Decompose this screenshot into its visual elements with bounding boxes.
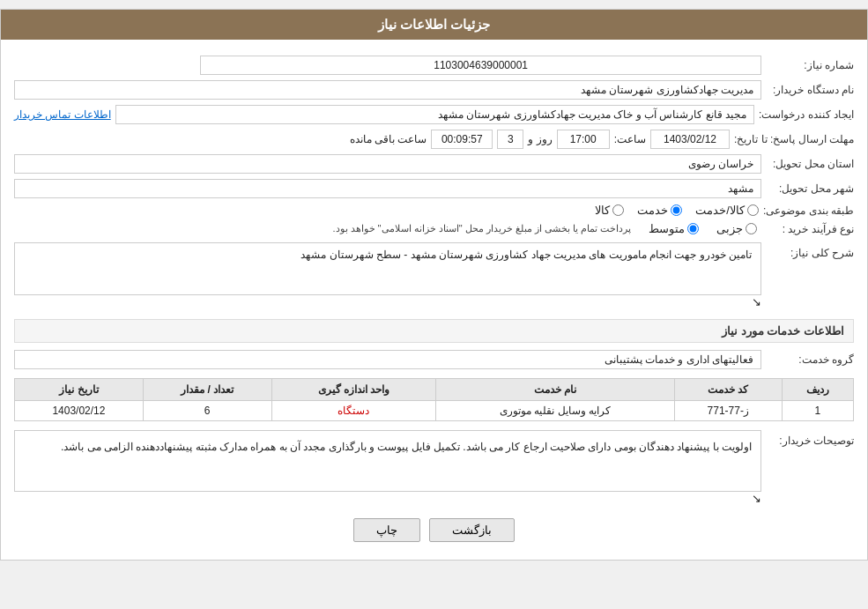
city-label: شهر محل تحویل: <box>766 182 854 195</box>
description-value: تامین خودرو جهت انجام ماموریت های مدیریت… <box>14 242 761 295</box>
process-label: نوع فرآیند خرید : <box>766 223 854 235</box>
city-value: مشهد <box>14 179 761 198</box>
category-kala-khadamat-label: کالا/خدمت <box>695 204 745 217</box>
table-row: 1 ز-77-771 کرایه وسایل نقلیه موتوری دستگ… <box>15 401 854 421</box>
process-desc: پرداخت تمام یا بخشی از مبلغ خریدار محل "… <box>14 223 631 234</box>
category-label: طبقه بندی موضوعی: <box>763 204 854 217</box>
buyer-notes-value: اولویت با پیشنهاد دهندگان بومی دارای صلا… <box>14 430 761 492</box>
process-jazbi-radio[interactable] <box>746 223 757 234</box>
deadline-days: 3 <box>497 130 523 149</box>
category-khadamat-radio[interactable] <box>671 204 682 216</box>
category-kala-khadamat-radio[interactable] <box>747 204 759 216</box>
category-radio-group: کالا/خدمت خدمت کالا <box>14 204 759 217</box>
cell-date: 1403/02/12 <box>15 401 144 421</box>
category-kala-khadamat-option[interactable]: کالا/خدمت <box>695 204 759 217</box>
service-group-label: گروه خدمت: <box>766 353 854 366</box>
deadline-remaining: 00:09:57 <box>431 130 493 149</box>
category-kala-label: کالا <box>595 204 610 217</box>
buyer-org-value: مدیریت جهادکشاورزی شهرستان مشهد <box>14 80 761 100</box>
description-label: شرح کلی نیاز: <box>766 247 854 259</box>
col-quantity: تعداد / مقدار <box>143 379 271 401</box>
requester-value: مجید قانع کارشناس آب و خاک مدیریت جهادکش… <box>115 105 754 124</box>
resize-icon: ↘ <box>752 295 761 308</box>
buyer-notes-label: توصیحات خریدار: <box>766 434 854 447</box>
col-row-num: ردیف <box>782 379 853 401</box>
category-kala-option[interactable]: کالا <box>595 204 624 217</box>
print-button[interactable]: چاپ <box>353 518 420 542</box>
resize-icon-2: ↘ <box>752 492 761 505</box>
cell-service-name: کرایه وسایل نقلیه موتوری <box>436 401 675 421</box>
col-date: تاریخ نیاز <box>15 379 144 401</box>
process-jazbi-label: جزبی <box>716 222 743 235</box>
services-section-title: اطلاعات خدمات مورد نیاز <box>14 319 854 343</box>
cell-unit: دستگاه <box>271 401 436 421</box>
col-service-code: کد خدمت <box>674 379 782 401</box>
cell-quantity: 6 <box>143 401 271 421</box>
province-value: خراسان رضوی <box>14 154 761 174</box>
deadline-time-label: ساعت: <box>614 133 646 145</box>
category-kala-radio[interactable] <box>612 204 624 216</box>
process-motavaset-radio[interactable] <box>687 223 699 234</box>
deadline-time: 17:00 <box>557 130 610 149</box>
requester-label: ایجاد کننده درخواست: <box>759 108 854 121</box>
back-button[interactable]: بازگشت <box>429 518 515 542</box>
province-label: استان محل تحویل: <box>766 158 854 170</box>
deadline-remaining-label: ساعت باقی مانده <box>350 133 427 145</box>
deadline-day-label: روز و <box>528 133 552 145</box>
process-jazbi-option[interactable]: جزبی <box>716 222 757 235</box>
deadline-label: مهلت ارسال پاسخ: تا تاریخ: <box>734 133 854 145</box>
requester-contact-link[interactable]: اطلاعات تماس خریدار <box>14 108 111 121</box>
col-service-name: نام خدمت <box>436 379 675 401</box>
services-table-section: ردیف کد خدمت نام خدمت واحد اندازه گیری ت… <box>14 378 854 421</box>
process-motavaset-option[interactable]: متوسط <box>649 222 699 235</box>
deadline-date: 1403/02/12 <box>650 130 730 149</box>
service-group-value: فعالیتهای اداری و خدمات پشتیبانی <box>14 350 761 369</box>
button-row: بازگشت چاپ <box>14 518 854 542</box>
cell-row-num: 1 <box>782 401 853 421</box>
col-unit: واحد اندازه گیری <box>271 379 436 401</box>
buyer-org-label: نام دستگاه خریدار: <box>766 84 854 96</box>
page-title: جزئیات اطلاعات نیاز <box>378 17 490 32</box>
page-header: جزئیات اطلاعات نیاز <box>1 10 867 40</box>
need-number-label: شماره نیاز: <box>766 59 854 71</box>
process-options: جزبی متوسط پرداخت تمام یا بخشی از مبلغ خ… <box>14 222 757 235</box>
cell-service-code: ز-77-771 <box>674 401 782 421</box>
services-table: ردیف کد خدمت نام خدمت واحد اندازه گیری ت… <box>14 378 854 421</box>
need-number-value: 1103004639000001 <box>200 56 761 75</box>
process-motavaset-label: متوسط <box>649 222 685 235</box>
category-khadamat-option[interactable]: خدمت <box>637 204 682 217</box>
category-khadamat-label: خدمت <box>637 204 668 217</box>
